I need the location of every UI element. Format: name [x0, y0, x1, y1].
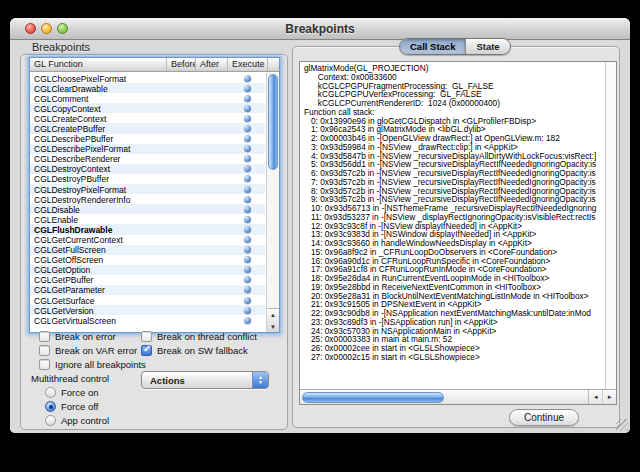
execute-breakpoint-orb-icon[interactable]: [244, 206, 251, 213]
execute-breakpoint-orb-icon[interactable]: [244, 155, 251, 162]
gl-function-name: CGLCopyContext: [34, 104, 101, 114]
breakpoints-group-label: Breakpoints: [32, 41, 90, 53]
table-row[interactable]: CGLDescribePixelFormat: [30, 144, 265, 154]
table-row[interactable]: CGLCreateContext: [30, 113, 265, 123]
scrollbar-arrows[interactable]: ▲ ▼: [267, 308, 279, 332]
scroll-left-arrow-icon[interactable]: ◄: [589, 390, 602, 404]
checkbox-row[interactable]: Break on thread conflict: [141, 329, 257, 343]
radio-row[interactable]: App control: [45, 413, 109, 427]
execute-breakpoint-orb-icon[interactable]: [244, 75, 251, 82]
table-row[interactable]: CGLChoosePixelFormat: [30, 73, 265, 83]
execute-breakpoint-orb-icon[interactable]: [244, 115, 251, 122]
table-row[interactable]: CGLGetVersion: [30, 305, 265, 315]
execute-breakpoint-orb-icon[interactable]: [244, 266, 251, 273]
execute-breakpoint-orb-icon[interactable]: [244, 297, 251, 304]
table-row[interactable]: CGLDescribeRenderer: [30, 154, 265, 164]
multithread-control-label: Multithread control: [31, 373, 109, 384]
scroll-down-arrow-icon[interactable]: ▼: [267, 321, 279, 333]
actions-dropdown[interactable]: Actions ▲▼: [141, 371, 269, 389]
scrollbar-thumb[interactable]: [268, 74, 278, 170]
table-row[interactable]: CGLCopyContext: [30, 103, 265, 113]
checkbox-row[interactable]: Break on SW fallback: [141, 343, 257, 357]
table-row[interactable]: CGLGetFullScreen: [30, 245, 265, 255]
table-row[interactable]: CGLGetSurface: [30, 295, 265, 305]
table-row[interactable]: CGLDestroyRendererInfo: [30, 194, 265, 204]
execute-breakpoint-orb-icon[interactable]: [244, 307, 251, 314]
radio-button[interactable]: [45, 401, 56, 412]
radio-row[interactable]: Force off: [45, 399, 109, 413]
table-row[interactable]: CGLDestroyPixelFormat: [30, 184, 265, 194]
table-row[interactable]: CGLDescribePBuffer: [30, 134, 265, 144]
checkbox[interactable]: [39, 345, 50, 356]
checkbox-row[interactable]: Ignore all breakpoints: [39, 357, 146, 371]
gl-function-name: CGLGetOffScreen: [34, 255, 103, 265]
table-row[interactable]: CGLGetOffScreen: [30, 255, 265, 265]
table-row[interactable]: CGLDisable: [30, 204, 265, 214]
execute-breakpoint-orb-icon[interactable]: [244, 175, 251, 182]
checkbox[interactable]: [141, 345, 152, 356]
checkbox[interactable]: [141, 331, 152, 342]
tab-state[interactable]: State: [466, 39, 509, 54]
execute-breakpoint-orb-icon[interactable]: [244, 135, 251, 142]
table-row[interactable]: CGLGetOption: [30, 265, 265, 275]
table-row[interactable]: CGLComment: [30, 93, 265, 103]
table-row[interactable]: CGLClearDrawable: [30, 83, 265, 93]
execute-breakpoint-orb-icon[interactable]: [244, 165, 251, 172]
stack-vertical-scrollbar[interactable]: [605, 62, 616, 389]
execute-breakpoint-orb-icon[interactable]: [244, 226, 251, 233]
execute-breakpoint-orb-icon[interactable]: [244, 196, 251, 203]
column-header[interactable]: GL Function: [30, 58, 167, 71]
resize-grip[interactable]: [616, 419, 628, 431]
column-header[interactable]: After: [196, 58, 228, 71]
gl-function-rows[interactable]: CGLChoosePixelFormatCGLClearDrawableCGLC…: [30, 73, 265, 332]
execute-breakpoint-orb-icon[interactable]: [244, 286, 251, 293]
column-header[interactable]: Before: [167, 58, 196, 71]
gl-function-name: CGLGetVirtualScreen: [34, 316, 116, 326]
radio-button[interactable]: [45, 387, 56, 398]
table-row[interactable]: CGLGetPBuffer: [30, 275, 265, 285]
tab-call-stack[interactable]: Call Stack: [400, 39, 466, 54]
table-row[interactable]: CGLGetVirtualScreen: [30, 315, 265, 325]
execute-breakpoint-orb-icon[interactable]: [244, 145, 251, 152]
gl-function-name: CGLDestroyPixelFormat: [34, 185, 126, 195]
gl-function-table[interactable]: GL FunctionBeforeAfterExecute CGLChooseP…: [29, 57, 280, 333]
column-header-stub: [268, 58, 279, 71]
scroll-right-arrow-icon[interactable]: ►: [602, 390, 616, 404]
execute-breakpoint-orb-icon[interactable]: [244, 317, 251, 324]
execute-breakpoint-orb-icon[interactable]: [244, 246, 251, 253]
execute-breakpoint-orb-icon[interactable]: [244, 256, 251, 263]
table-vertical-scrollbar[interactable]: ▲ ▼: [266, 73, 279, 332]
table-row[interactable]: CGLFlushDrawable: [30, 224, 265, 234]
table-row[interactable]: CGLGetCurrentContext: [30, 235, 265, 245]
table-row[interactable]: CGLDestroyContext: [30, 164, 265, 174]
table-row[interactable]: CGLCreatePBuffer: [30, 123, 265, 133]
table-row[interactable]: CGLEnable: [30, 214, 265, 224]
window-title: Breakpoints: [10, 22, 630, 36]
scroll-up-arrow-icon[interactable]: ▲: [267, 309, 279, 321]
scrollbar-arrows[interactable]: ◄ ►: [588, 390, 616, 404]
checkbox-row[interactable]: Break on VAR error: [39, 343, 146, 357]
radio-row[interactable]: Force on: [45, 385, 109, 399]
execute-breakpoint-orb-icon[interactable]: [244, 95, 251, 102]
continue-button[interactable]: Continue: [509, 409, 579, 426]
stack-horizontal-scrollbar[interactable]: ◄ ►: [300, 389, 616, 404]
execute-breakpoint-orb-icon[interactable]: [244, 276, 251, 283]
column-header[interactable]: Execute: [228, 58, 268, 71]
execute-breakpoint-orb-icon[interactable]: [244, 85, 251, 92]
table-row[interactable]: CGLGetParameter: [30, 285, 265, 295]
radio-button[interactable]: [45, 415, 56, 426]
checkbox[interactable]: [39, 331, 50, 342]
execute-breakpoint-orb-icon[interactable]: [244, 105, 251, 112]
scrollbar-thumb[interactable]: [302, 392, 444, 403]
execute-breakpoint-orb-icon[interactable]: [244, 236, 251, 243]
checkbox[interactable]: [39, 359, 50, 370]
execute-breakpoint-orb-icon[interactable]: [244, 186, 251, 193]
table-row[interactable]: CGLDestroyPBuffer: [30, 174, 265, 184]
tab-capsule: Call StackState: [399, 38, 511, 55]
gl-function-name: CGLFlushDrawable: [34, 225, 112, 235]
checkbox-label: Break on thread conflict: [157, 331, 257, 342]
checkbox-row[interactable]: Break on error: [39, 329, 146, 343]
execute-breakpoint-orb-icon[interactable]: [244, 125, 251, 132]
title-bar[interactable]: Breakpoints: [10, 18, 630, 40]
execute-breakpoint-orb-icon[interactable]: [244, 216, 251, 223]
